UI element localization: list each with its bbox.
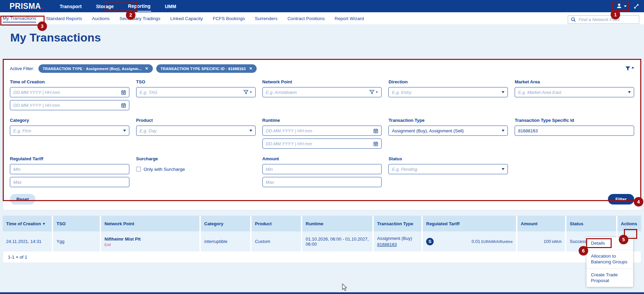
- filter-button[interactable]: Filter: [608, 194, 634, 205]
- amount-min-input[interactable]: [262, 164, 382, 174]
- field-label: Product: [136, 118, 256, 123]
- category-select[interactable]: E.g. Firm: [10, 126, 129, 136]
- subnav-item-my-transactions[interactable]: My Transactions: [3, 14, 36, 22]
- max-input[interactable]: [266, 180, 379, 185]
- funnel-filter-icon[interactable]: [243, 90, 252, 95]
- tso-input[interactable]: [136, 87, 256, 97]
- prisma-logo[interactable]: PRISMA.: [10, 2, 43, 11]
- reporting-subnav: My Transactions Standard Reports Auction…: [0, 12, 644, 24]
- funnel-filter-icon[interactable]: [369, 90, 378, 95]
- col-header-status[interactable]: Status: [566, 216, 616, 231]
- subnav-item-secondary-tradings[interactable]: Secondary Tradings: [119, 15, 160, 22]
- network-point-link[interactable]: Niflheimr Mist Pit: [104, 236, 141, 242]
- field-market-area: Market Area E.g. Market Area East: [515, 75, 634, 113]
- min-input[interactable]: [266, 167, 379, 172]
- select-placeholder: E.g. Day: [140, 128, 247, 133]
- amount-max-input[interactable]: [262, 177, 382, 187]
- sort-desc-icon[interactable]: ▾: [43, 222, 45, 226]
- filter-chip-transaction-type[interactable]: TRANSACTION TYPE · Assignment (Buy), Ass…: [38, 64, 153, 73]
- field-time-of-creation: Time of Creation: [10, 75, 129, 113]
- transaction-type-specific-id-input[interactable]: [515, 126, 634, 136]
- col-header-amount[interactable]: Amount: [517, 216, 565, 231]
- chevron-up-icon: [631, 67, 634, 68]
- min-input[interactable]: [13, 167, 126, 172]
- date-input[interactable]: [266, 128, 372, 133]
- direction-select[interactable]: E.g. Entry: [388, 87, 508, 97]
- col-header-tso[interactable]: TSO: [53, 216, 100, 231]
- reset-button[interactable]: Reset: [10, 194, 35, 205]
- transaction-id-link[interactable]: 81688163: [377, 242, 412, 247]
- chip-close-icon[interactable]: ✕: [145, 66, 148, 71]
- subnav-item-contract-positions[interactable]: Contract Positions: [287, 15, 325, 22]
- network-point-input[interactable]: [262, 87, 382, 97]
- col-header-category[interactable]: Category: [201, 216, 250, 231]
- field-product: Product E.g. Day: [136, 113, 256, 151]
- field-label: Transaction Type Specific Id: [515, 118, 634, 123]
- field-label: Regulated Tariff: [10, 156, 129, 161]
- topnav-item-reporting[interactable]: Reporting: [127, 1, 151, 12]
- col-header-network-point[interactable]: Network Point: [101, 216, 199, 231]
- network-point-text-input[interactable]: [266, 90, 368, 95]
- date-input[interactable]: [266, 141, 372, 146]
- col-header-transaction-type[interactable]: Transaction Type: [374, 216, 421, 231]
- select-placeholder: E.g. Firm: [13, 128, 121, 133]
- row-actions-context-menu: Details Allocation to Balancing Groups C…: [586, 237, 633, 287]
- time-of-creation-to-input[interactable]: [10, 100, 129, 110]
- cell-category: interruptible: [201, 231, 250, 251]
- date-input[interactable]: [13, 103, 119, 108]
- regulated-tariff-max-input[interactable]: [10, 177, 129, 187]
- calendar-icon[interactable]: [373, 141, 378, 146]
- menu-item-create-trade-proposal[interactable]: Create Trade Proposal: [586, 268, 633, 287]
- subnav-item-standard-reports[interactable]: Standard Reports: [46, 15, 82, 22]
- col-header-time-of-creation[interactable]: Time of Creation▾: [3, 216, 52, 231]
- status-select[interactable]: E.g. Pending: [388, 164, 508, 174]
- user-menu-button[interactable]: [616, 3, 627, 10]
- subnav-item-linked-capacity[interactable]: Linked Capacity: [170, 15, 203, 22]
- time-of-creation-from-input[interactable]: [10, 87, 129, 97]
- field-label: Time of Creation: [10, 79, 129, 84]
- collapse-filter-button[interactable]: [625, 66, 634, 71]
- calendar-icon[interactable]: [121, 90, 126, 95]
- subnav-item-fcfs-bookings[interactable]: FCFS Bookings: [213, 15, 245, 22]
- page-size-caret-icon[interactable]: ▾: [16, 255, 18, 259]
- menu-item-details[interactable]: Details: [586, 237, 633, 250]
- regulated-tariff-min-input[interactable]: [10, 164, 129, 174]
- logo-text: PRISMA: [10, 2, 41, 11]
- field-label: Direction: [388, 79, 508, 84]
- topnav-item-transport[interactable]: Transport: [59, 1, 82, 11]
- col-header-product[interactable]: Product: [252, 216, 301, 231]
- chip-label: TRANSACTION TYPE SPECIFIC ID · 81688163: [161, 67, 246, 71]
- calendar-icon[interactable]: [373, 128, 378, 133]
- chip-close-icon[interactable]: ✕: [249, 66, 253, 71]
- network-point-search[interactable]: [568, 15, 639, 24]
- page-title: My Transactions: [10, 31, 644, 44]
- menu-item-allocation-to-balancing-groups[interactable]: Allocation to Balancing Groups: [586, 250, 633, 268]
- calendar-icon[interactable]: [121, 103, 126, 108]
- col-header-regulated-tariff[interactable]: Regulated Tariff: [423, 216, 516, 231]
- col-label: Time of Creation: [6, 221, 41, 226]
- search-input[interactable]: [579, 17, 636, 22]
- cell-runtime: 01.10.2026, 06:00 - 01.10.2027, 06:00: [302, 231, 372, 251]
- subnav-item-surrenders[interactable]: Surrenders: [255, 15, 278, 22]
- col-header-runtime[interactable]: Runtime: [302, 216, 372, 231]
- active-filter-label: Active Filter:: [10, 66, 34, 71]
- transaction-type-select[interactable]: Assignment (Buy), Assignment (Sell): [388, 126, 508, 136]
- subnav-item-report-wizard[interactable]: Report Wizard: [335, 15, 364, 22]
- runtime-to-input[interactable]: [262, 138, 382, 149]
- filter-panel: Active Filter: TRANSACTION TYPE · Assign…: [3, 59, 641, 210]
- field-label: Surcharge: [136, 156, 256, 161]
- max-input[interactable]: [13, 180, 126, 185]
- runtime-from-input[interactable]: [262, 126, 382, 136]
- date-input[interactable]: [13, 90, 119, 95]
- product-select[interactable]: E.g. Day: [136, 126, 256, 136]
- market-area-select[interactable]: E.g. Market Area East: [515, 87, 634, 97]
- subnav-item-auctions[interactable]: Auctions: [92, 15, 110, 22]
- topnav-item-storage[interactable]: Storage: [95, 1, 114, 11]
- tso-text-input[interactable]: [140, 90, 241, 95]
- specific-id-text-input[interactable]: [518, 128, 631, 133]
- topnav-item-umm[interactable]: UMM: [164, 1, 177, 11]
- table-header-row: Time of Creation▾ TSO Network Point Cate…: [3, 216, 641, 231]
- surcharge-checkbox[interactable]: [136, 167, 141, 172]
- fullscreen-toggle-button[interactable]: [633, 3, 639, 9]
- filter-chip-specific-id[interactable]: TRANSACTION TYPE SPECIFIC ID · 81688163 …: [156, 64, 257, 73]
